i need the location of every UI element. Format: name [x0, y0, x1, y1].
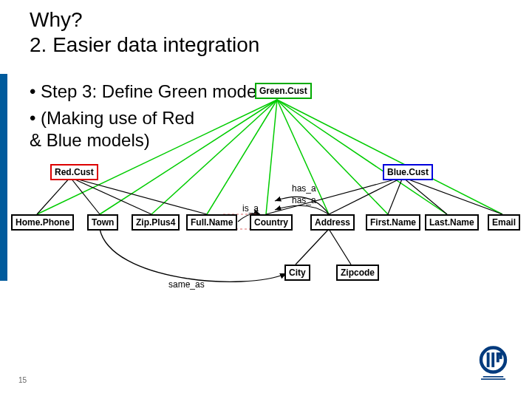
svg-line-9 [37, 177, 70, 214]
svg-rect-26 [499, 352, 502, 359]
svg-rect-27 [483, 376, 504, 378]
diagram-edges [0, 0, 532, 399]
node-email: Email [488, 214, 520, 231]
svg-line-12 [70, 177, 207, 214]
svg-line-16 [403, 177, 447, 214]
left-accent-bar [0, 74, 7, 281]
svg-line-19 [329, 229, 351, 265]
svg-line-13 [266, 177, 403, 214]
title-line-1: Why? [30, 7, 259, 33]
svg-line-3 [207, 100, 277, 214]
title-line-2: 2. Easier data integration [30, 33, 259, 58]
node-address: Address [310, 214, 355, 231]
node-town: Town [87, 214, 118, 231]
hp-logo [473, 344, 514, 384]
svg-rect-23 [491, 352, 494, 367]
svg-rect-22 [487, 352, 490, 367]
node-home-phone: Home.Phone [11, 214, 74, 231]
bullet-step3: Step 3: Define Green model [30, 81, 261, 102]
svg-line-15 [388, 177, 403, 214]
slide: Why? 2. Easier data integration Step 3: … [0, 0, 532, 399]
svg-line-11 [70, 177, 151, 214]
svg-line-17 [403, 177, 502, 214]
svg-line-10 [70, 177, 100, 214]
svg-line-4 [266, 100, 277, 214]
node-lastname: Last.Name [425, 214, 479, 231]
node-green-cust: Green.Cust [255, 83, 312, 99]
node-firstname: First.Name [366, 214, 420, 231]
edge-label-has-a-1: has_a [292, 183, 316, 194]
node-zipplus4: Zip.Plus4 [132, 214, 180, 231]
node-red-cust: Red.Cust [50, 164, 98, 180]
edge-label-same-as: same_as [168, 279, 205, 290]
edge-label-is-a: is_a [242, 203, 259, 214]
node-fullname: Full.Name [186, 214, 237, 231]
bullet-making-use: (Making use of Red & Blue models) [30, 107, 194, 151]
node-zipcode: Zipcode [336, 265, 379, 281]
svg-line-14 [329, 177, 403, 214]
edge-label-has-a-2: has_a [292, 195, 316, 205]
node-country: Country [250, 214, 293, 231]
svg-line-18 [296, 229, 329, 265]
svg-rect-28 [481, 378, 505, 380]
node-blue-cust: Blue.Cust [383, 164, 433, 180]
page-number: 15 [18, 376, 27, 384]
node-city: City [284, 265, 310, 281]
slide-title: Why? 2. Easier data integration [30, 7, 259, 57]
